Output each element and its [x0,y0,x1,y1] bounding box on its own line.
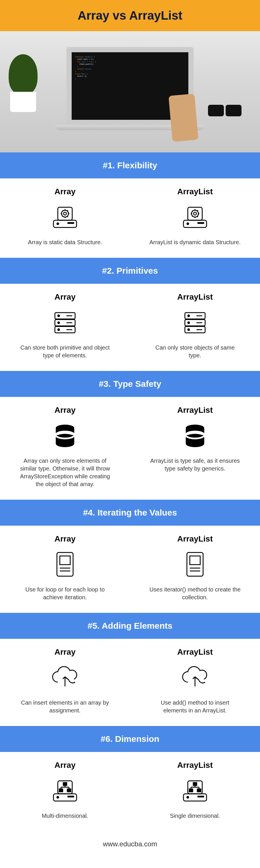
svg-point-16 [58,322,59,323]
svg-point-15 [58,315,59,317]
drive-nodes-icon [142,775,249,807]
cell-title: ArrayList [142,187,249,196]
svg-point-1 [57,223,59,224]
cell-title: Array [11,534,118,544]
section-band-6: #6. Dimension [0,726,260,752]
cell-title: ArrayList [142,648,249,657]
svg-rect-61 [193,782,197,785]
svg-rect-3 [58,207,72,220]
svg-rect-62 [189,789,193,792]
cloud-arrow-icon [142,662,249,694]
cell-description: Use add() method to insert elements in a… [149,699,241,714]
cell-title: ArrayList [142,406,249,415]
comparison-cell-left: ArrayMulti-dimensional. [0,752,130,831]
svg-rect-59 [198,796,204,797]
drive-gear-icon [11,202,118,233]
svg-point-25 [188,322,190,323]
database-icon [11,420,118,452]
cell-description: Single dimensional. [149,812,241,820]
svg-point-11 [194,212,197,215]
database-icon [142,420,249,452]
svg-point-30 [56,425,74,432]
comparison-cell-right: ArrayListSingle dimensional. [130,752,260,831]
cell-title: Array [11,761,118,770]
svg-rect-43 [190,556,200,565]
page-title: Array vs ArrayList [0,0,260,31]
cell-description: Use for loop or for each loop to achieve… [19,586,111,601]
comparison-row-6: ArrayMulti-dimensional.ArrayListSingle d… [0,752,260,831]
comparison-cell-left: ArrayCan store both primitive and object… [0,284,130,371]
cell-title: Array [11,292,118,302]
svg-point-58 [187,797,189,798]
tablet-icon [11,549,118,581]
comparison-cell-right: ArrayListUses iterator() method to creat… [130,526,260,613]
comparison-cell-right: ArrayListArrayList is type safe, as it e… [130,397,260,500]
svg-rect-52 [67,789,71,792]
cloud-arrow-icon [11,662,118,694]
cell-title: ArrayList [142,761,249,770]
svg-point-17 [58,329,59,331]
cell-description: ArrayList is dynamic data Structure. [149,239,241,246]
comparison-cell-right: ArrayListArrayList is dynamic data Struc… [130,178,260,258]
comparison-cell-left: ArrayArray is static data Structure. [0,178,130,258]
infographic-container: Array vs ArrayList function render() { c… [0,0,260,857]
svg-point-24 [188,315,190,317]
comparison-row-2: ArrayCan store both primitive and object… [0,284,260,371]
cell-description: Array can only store elements of similar… [19,457,111,488]
svg-rect-8 [198,222,204,223]
svg-point-47 [57,797,59,798]
cell-description: Can only store objects of same type. [149,344,241,360]
section-band-2: #2. Primitives [0,258,260,284]
cell-description: Uses iterator() method to create the col… [149,586,241,601]
cell-title: Array [11,187,118,196]
cell-description: Multi-dimensional. [19,812,111,820]
stack-bars-icon [11,307,118,339]
comparison-cell-right: ArrayListCan only store objects of same … [130,284,260,371]
cell-title: Array [11,648,118,657]
cell-title: ArrayList [142,534,249,544]
comparison-row-3: ArrayArray can only store elements of si… [0,397,260,500]
section-band-4: #4. Iterating the Values [0,500,260,526]
svg-point-7 [187,223,189,224]
section-band-1: #1. Flexibility [0,152,260,178]
tablet-icon [142,549,249,581]
comparison-cell-right: ArrayListUse add() method to insert elem… [130,639,260,726]
comparison-row-1: ArrayArray is static data Structure.Arra… [0,178,260,258]
svg-rect-63 [197,789,201,792]
svg-rect-50 [63,782,67,785]
svg-rect-39 [60,556,70,565]
drive-gear-icon [142,202,249,233]
plant-decoration [6,54,40,112]
section-band-5: #5. Adding Elements [0,613,260,639]
cell-description: Array is static data Structure. [19,239,111,246]
comparison-row-5: ArrayCan insert elements in an array by … [0,639,260,726]
comparison-row-4: ArrayUse for loop or for each loop to ac… [0,526,260,613]
phone-decoration [168,94,199,142]
svg-rect-2 [68,222,74,223]
section-band-3: #3. Type Safety [0,371,260,397]
cell-description: ArrayList is type safe, as it ensures ty… [149,457,241,472]
comparison-cell-left: ArrayCan insert elements in an array by … [0,639,130,726]
drive-nodes-icon [11,775,118,807]
cell-title: Array [11,406,118,415]
svg-point-26 [188,329,190,331]
svg-point-5 [63,212,66,215]
comparison-cell-left: ArrayUse for loop or for each loop to ac… [0,526,130,613]
sunglasses-decoration [208,105,245,118]
svg-rect-48 [68,796,74,797]
svg-rect-9 [188,207,202,220]
comparison-cell-left: ArrayArray can only store elements of si… [0,397,130,500]
svg-rect-51 [59,789,63,792]
cell-title: ArrayList [142,292,249,302]
cell-description: Can insert elements in an array by assig… [19,699,111,714]
svg-point-34 [186,425,204,432]
stack-bars-icon [142,307,249,339]
footer-url: www.educba.com [0,831,260,857]
cell-description: Can store both primitive and object type… [19,344,111,360]
hero-image: function render() { const data = []; for… [0,31,260,152]
